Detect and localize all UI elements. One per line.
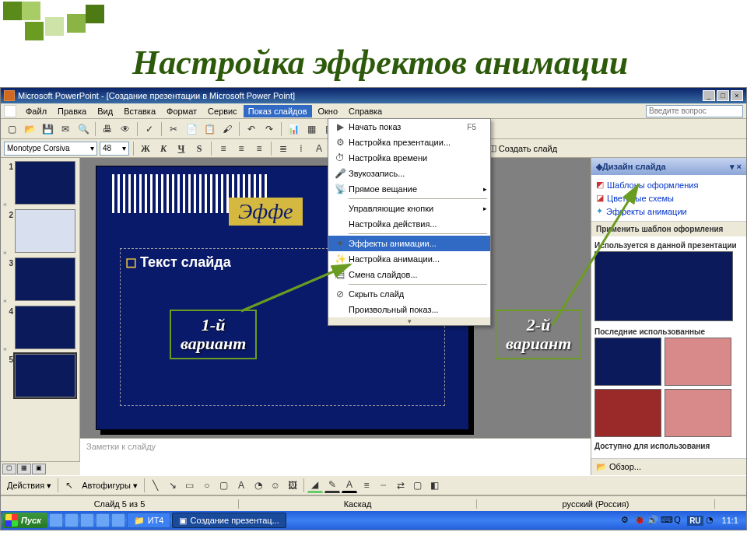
dd-rehearse[interactable]: ⏱Настройка времени xyxy=(328,150,490,166)
help-search-input[interactable] xyxy=(646,105,743,117)
shadow-style-icon[interactable]: ▢ xyxy=(410,478,426,493)
open-icon[interactable]: 📂 xyxy=(22,121,37,137)
dd-start-show[interactable]: ▶Начать показF5 xyxy=(328,119,490,135)
quicklaunch-icon[interactable] xyxy=(65,513,79,527)
template-thumb[interactable] xyxy=(594,338,661,386)
dash-style-icon[interactable]: ┈ xyxy=(376,478,391,493)
numbering-icon[interactable]: ≣ xyxy=(275,141,291,156)
quicklaunch-icon[interactable] xyxy=(111,513,125,527)
thumb-5[interactable] xyxy=(15,354,75,397)
dd-hide-slide[interactable]: ⊘Скрыть слайд xyxy=(328,286,490,302)
italic-button[interactable]: К xyxy=(156,141,171,156)
quicklaunch-icon[interactable] xyxy=(80,513,94,527)
minimize-button[interactable]: _ xyxy=(703,90,715,101)
thumb-3[interactable] xyxy=(15,257,75,301)
notes-pane[interactable]: Заметки к слайду xyxy=(80,438,591,475)
3d-style-icon[interactable]: ◧ xyxy=(427,478,443,493)
save-icon[interactable]: 💾 xyxy=(40,121,55,137)
line-icon[interactable]: ╲ xyxy=(148,478,163,493)
taskbar-clock[interactable]: 11:1 xyxy=(719,516,742,525)
select-icon[interactable]: ↖ xyxy=(61,478,77,493)
chart-icon[interactable]: 📊 xyxy=(286,121,301,137)
undo-icon[interactable]: ↶ xyxy=(244,121,259,137)
shadow-button[interactable]: S xyxy=(191,141,207,156)
menu-edit[interactable]: Правка xyxy=(53,105,91,117)
template-thumb[interactable] xyxy=(594,389,661,437)
control-menu-icon[interactable] xyxy=(4,105,16,117)
taskpane-header[interactable]: ◈ Дизайн слайда▾ × xyxy=(591,158,746,175)
actions-menu[interactable]: Действия ▾ xyxy=(4,481,54,491)
tp-link-templates[interactable]: ◩Шаблоны оформления xyxy=(596,178,742,191)
dd-animation-schemes[interactable]: ✦Эффекты анимации... xyxy=(328,236,490,251)
rectangle-icon[interactable]: ▭ xyxy=(182,478,198,493)
picture-icon[interactable]: 🖼 xyxy=(285,478,300,493)
line-style-icon[interactable]: ≡ xyxy=(359,478,374,493)
start-button[interactable]: Пуск xyxy=(2,513,47,528)
align-left-icon[interactable]: ≡ xyxy=(216,141,231,156)
tp-browse[interactable]: 📂 Обзор... xyxy=(591,458,746,475)
search-icon[interactable]: 🔍 xyxy=(75,121,91,137)
table-icon[interactable]: ▦ xyxy=(303,121,319,137)
tp-templates-list[interactable]: Используется в данной презентации Послед… xyxy=(591,236,746,458)
tray-icon[interactable]: ⚙ xyxy=(621,515,632,526)
quicklaunch-icon[interactable] xyxy=(49,513,63,527)
cut-icon[interactable]: ✂ xyxy=(166,121,181,137)
maximize-button[interactable]: □ xyxy=(717,90,729,101)
font-size-combo[interactable]: 48▾ xyxy=(100,142,129,156)
fill-color-icon[interactable]: ◢ xyxy=(307,478,323,493)
menu-help[interactable]: Справка xyxy=(344,105,387,117)
tp-link-anim-effects[interactable]: ✦Эффекты анимации xyxy=(596,205,742,218)
arrow-style-icon[interactable]: ⇄ xyxy=(393,478,409,493)
thumb-2[interactable] xyxy=(15,209,75,253)
wordart-icon[interactable]: A xyxy=(233,478,249,493)
mail-icon[interactable]: ✉ xyxy=(58,121,73,137)
dd-expand-icon[interactable]: ▾ xyxy=(328,317,490,325)
bullets-icon[interactable]: ⁞ xyxy=(293,141,309,156)
tray-icon[interactable]: ◔ xyxy=(706,515,717,526)
spellcheck-icon[interactable]: ✓ xyxy=(142,121,157,137)
taskbar-task[interactable]: 📁 ИТ4 xyxy=(127,513,171,528)
quicklaunch-icon[interactable] xyxy=(96,513,110,527)
dd-custom-animation[interactable]: ✨Настройка анимации... xyxy=(328,251,490,267)
language-indicator[interactable]: RU xyxy=(687,516,703,526)
sorter-view-icon[interactable]: ▦ xyxy=(17,464,31,474)
menu-window[interactable]: Окно xyxy=(314,105,343,117)
autoshapes-menu[interactable]: Автофигуры ▾ xyxy=(79,481,141,491)
diagram-icon[interactable]: ◔ xyxy=(251,478,266,493)
tray-icon[interactable]: 🐞 xyxy=(634,515,645,526)
print-icon[interactable]: 🖶 xyxy=(100,121,115,137)
dd-action-settings[interactable]: Настройка действия... xyxy=(328,216,490,232)
increase-font-icon[interactable]: A xyxy=(311,141,327,156)
tp-link-colors[interactable]: ◪Цветовые схемы xyxy=(596,191,742,205)
preview-icon[interactable]: 👁 xyxy=(117,121,133,137)
menu-insert[interactable]: Вставка xyxy=(119,105,160,117)
dd-custom-show[interactable]: Произвольный показ... xyxy=(328,302,490,317)
tray-icon[interactable]: ⌨ xyxy=(661,515,672,526)
menu-format[interactable]: Формат xyxy=(162,105,202,117)
arrow-icon[interactable]: ↘ xyxy=(165,478,181,493)
close-button[interactable]: × xyxy=(731,90,743,101)
tray-icon[interactable]: Q xyxy=(674,515,685,526)
slideshow-view-icon[interactable]: ▣ xyxy=(32,464,46,474)
new-icon[interactable]: ▢ xyxy=(4,121,19,137)
menu-tools[interactable]: Сервис xyxy=(203,105,242,117)
line-color-icon[interactable]: ✎ xyxy=(324,478,340,493)
align-center-icon[interactable]: ≡ xyxy=(233,141,249,156)
dd-slide-transition[interactable]: ▤Смена слайдов... xyxy=(328,267,490,282)
thumb-1[interactable] xyxy=(15,161,75,205)
taskbar-task-active[interactable]: ▣ Создание презентац... xyxy=(172,513,286,528)
tray-icon[interactable]: 🔊 xyxy=(647,515,658,526)
copy-icon[interactable]: 📄 xyxy=(184,121,199,137)
underline-button[interactable]: Ч xyxy=(174,141,189,156)
clipart-icon[interactable]: ☺ xyxy=(268,478,283,493)
dd-setup-show[interactable]: ⚙Настройка презентации... xyxy=(328,135,490,150)
normal-view-icon[interactable]: ▢ xyxy=(2,464,16,474)
dd-broadcast[interactable]: 📡Прямое вещание▸ xyxy=(328,181,490,197)
format-painter-icon[interactable]: 🖌 xyxy=(219,121,235,137)
thumb-4[interactable] xyxy=(15,306,75,349)
template-thumb[interactable] xyxy=(665,389,731,437)
oval-icon[interactable]: ○ xyxy=(199,478,215,493)
menu-slideshow[interactable]: Показ слайдов xyxy=(244,105,312,117)
redo-icon[interactable]: ↷ xyxy=(261,121,277,137)
dd-record[interactable]: 🎤Звукозапись... xyxy=(328,166,490,181)
